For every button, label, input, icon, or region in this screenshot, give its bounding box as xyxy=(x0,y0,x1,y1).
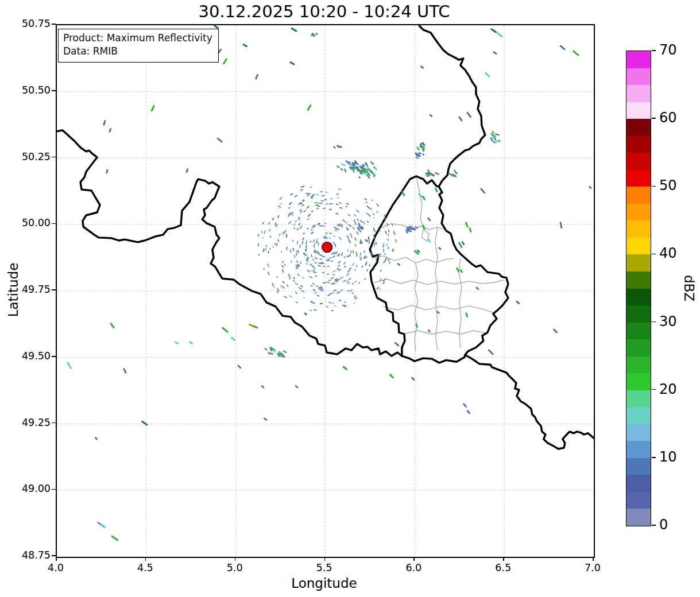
clutter-dash xyxy=(327,266,330,267)
clutter-dash xyxy=(315,204,319,206)
colorbar-tick-label: 30 xyxy=(659,313,677,329)
clutter-dash xyxy=(361,265,363,268)
clutter-dash xyxy=(258,243,259,246)
clutter-dash xyxy=(356,231,359,235)
clutter-dash xyxy=(330,198,332,199)
colorbar-band xyxy=(626,271,651,288)
clutter-dash xyxy=(342,305,346,306)
echo-streak xyxy=(466,410,470,414)
colorbar xyxy=(626,51,651,526)
clutter-dash xyxy=(274,243,276,245)
echo-streak xyxy=(389,374,394,379)
clutter-dash xyxy=(262,222,265,224)
clutter-dash xyxy=(331,292,334,293)
echo-streak xyxy=(493,51,497,55)
clutter-dash xyxy=(316,285,318,286)
clutter-dash xyxy=(294,195,297,197)
y-tick-label: 49.25 xyxy=(8,417,51,428)
clutter-dash xyxy=(310,186,313,188)
echo-streak xyxy=(291,28,297,33)
clutter-dash xyxy=(298,223,300,226)
clutter-dash xyxy=(350,250,352,254)
echo-cluster-dash xyxy=(416,146,420,151)
clutter-dash xyxy=(293,227,296,230)
clutter-dash xyxy=(314,257,318,259)
clutter-dash xyxy=(305,253,308,256)
echo-streak xyxy=(103,120,106,126)
colorbar-band xyxy=(626,254,651,272)
clutter-dash xyxy=(302,237,305,241)
clutter-dash xyxy=(331,261,333,262)
clutter-dash xyxy=(349,268,351,270)
clutter-dash xyxy=(341,289,343,290)
radar-figure: 30.12.2025 10:20 - 10:24 UTC Product: Ma… xyxy=(0,0,700,597)
clutter-dash xyxy=(322,282,326,284)
clutter-dash xyxy=(326,203,328,204)
clutter-dash xyxy=(353,302,355,304)
clutter-dash xyxy=(326,282,330,284)
clutter-dash xyxy=(347,214,350,216)
clutter-dash xyxy=(342,219,346,222)
echo-streak xyxy=(304,312,308,316)
clutter-dash xyxy=(384,253,386,255)
clutter-dash xyxy=(320,303,323,304)
echo-streak xyxy=(397,263,400,266)
echo-streak xyxy=(485,72,491,78)
echo-cluster-dash xyxy=(495,133,500,135)
y-tick-label: 48.75 xyxy=(8,549,51,561)
echo-streak xyxy=(263,417,267,421)
colorbar-band xyxy=(626,135,651,153)
clutter-dash xyxy=(354,280,357,282)
clutter-dash xyxy=(328,280,331,281)
clutter-dash xyxy=(325,192,328,193)
clutter-dash xyxy=(270,248,271,250)
clutter-dash xyxy=(303,210,306,212)
clutter-dash xyxy=(339,237,342,240)
echo-streak xyxy=(175,341,179,345)
echo-streak xyxy=(427,217,431,222)
clutter-dash xyxy=(380,269,382,272)
info-box-source: Data: RMIB xyxy=(63,45,212,58)
echo-cluster-dash xyxy=(337,165,341,168)
clutter-dash xyxy=(283,281,285,284)
echo-streak xyxy=(223,58,228,65)
echo-streak xyxy=(415,323,419,328)
echo-streak xyxy=(289,61,295,65)
clutter-dash xyxy=(350,241,351,243)
clutter-dash xyxy=(341,252,343,256)
clutter-dash xyxy=(296,260,298,262)
clutter-dash xyxy=(369,207,372,210)
y-tick-label: 49.00 xyxy=(8,483,51,494)
clutter-dash xyxy=(339,202,342,204)
colorbar-band xyxy=(626,169,651,187)
y-tick-mark xyxy=(52,24,56,25)
clutter-dash xyxy=(273,246,274,248)
clutter-dash xyxy=(329,232,332,234)
echo-cluster-dash xyxy=(340,168,343,171)
colorbar-tick-label: 70 xyxy=(659,42,677,58)
clutter-dash xyxy=(284,230,287,234)
clutter-dash xyxy=(388,229,389,232)
clutter-dash xyxy=(335,244,336,247)
y-tick-mark xyxy=(52,289,56,290)
echo-cluster-dash xyxy=(454,169,457,174)
colorbar-band xyxy=(626,51,651,68)
colorbar-band xyxy=(626,119,651,136)
colorbar-band xyxy=(626,187,651,204)
clutter-dash xyxy=(354,222,357,224)
clutter-dash xyxy=(305,241,307,245)
clutter-dash xyxy=(268,222,270,225)
echo-streak xyxy=(427,329,431,332)
clutter-dash xyxy=(289,295,292,298)
clutter-dash xyxy=(299,245,300,248)
clutter-dash xyxy=(386,243,388,247)
clutter-dash xyxy=(351,282,354,285)
echo-streak xyxy=(185,168,189,173)
clutter-dash xyxy=(297,228,299,231)
echo-streak xyxy=(342,366,348,371)
clutter-dash xyxy=(357,218,359,221)
clutter-dash xyxy=(355,244,357,246)
clutter-dash xyxy=(326,306,328,307)
x-tick-label: 6.5 xyxy=(486,562,520,573)
clutter-dash xyxy=(284,264,286,266)
